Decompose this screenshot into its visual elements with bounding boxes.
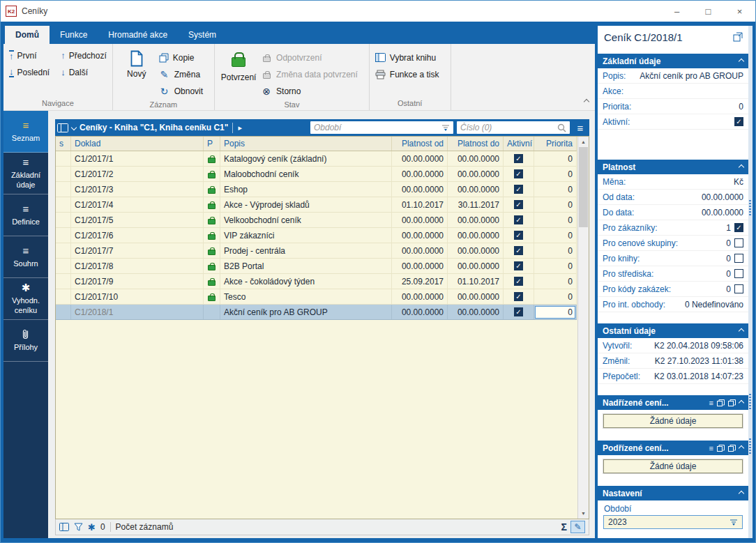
section-header-nastaveni[interactable]: Nastavení [598, 486, 748, 500]
splitter-grip[interactable] [749, 394, 751, 411]
number-search-input[interactable]: Číslo (0) [457, 121, 570, 134]
table-scrollbar[interactable]: ▲ ▼ [577, 137, 589, 519]
col-header-p[interactable]: P [204, 137, 220, 151]
active-checkbox[interactable] [514, 292, 523, 301]
scroll-up-button[interactable]: ▲ [578, 137, 589, 147]
columns-icon[interactable] [59, 523, 69, 531]
col-header-aktivni[interactable]: Aktivní [504, 137, 534, 151]
checkbox[interactable] [734, 284, 743, 293]
section-header-nadrizene[interactable]: Nadřízené cení... ≡ [598, 395, 748, 410]
aktivni-checkbox[interactable] [734, 117, 743, 126]
active-checkbox[interactable] [514, 200, 523, 209]
table-row[interactable]: C1/2017/7 Prodej - centrála 00.00.000000… [56, 243, 577, 259]
table-row[interactable]: C1/2017/4 Akce - Výprodej skladů 01.10.2… [56, 197, 577, 213]
filter-icon[interactable] [74, 523, 83, 531]
previous-button[interactable]: ↑ Předchozí [61, 50, 107, 61]
active-checkbox[interactable] [514, 307, 523, 316]
checkbox[interactable] [734, 223, 743, 232]
sum-icon[interactable]: Σ [561, 521, 567, 533]
list-icon[interactable]: ≡ [709, 399, 713, 407]
col-header-platnost-do[interactable]: Platnost do [448, 137, 504, 151]
condition-icon[interactable]: ✱ [88, 523, 96, 532]
splitter-grip[interactable] [749, 200, 751, 217]
first-button[interactable]: ↑ První [9, 50, 50, 61]
last-button[interactable]: ↓ Poslední [9, 67, 50, 77]
confirm-button[interactable]: Potvrzení [220, 47, 257, 98]
table-row[interactable]: C1/2017/8 B2B Portal 00.00.000000.00.000… [56, 259, 577, 274]
maximize-button[interactable]: □ [693, 1, 724, 22]
scrollbar-thumb[interactable] [579, 147, 588, 227]
collapse-icon[interactable] [739, 445, 744, 450]
browse-menu-icon[interactable]: ≡ [573, 122, 587, 134]
change-confirm-date-button[interactable]: Změna data potvrzení [261, 67, 363, 82]
tab-system[interactable]: Systém [178, 26, 227, 44]
copy-button[interactable]: Kopie [159, 50, 209, 65]
priorita-edit-input[interactable]: 0 [535, 306, 575, 319]
col-header-doklad[interactable]: Doklad [71, 137, 204, 151]
podrizene-empty-button[interactable]: Žádné údaje [603, 459, 743, 473]
sidebar-item-prilohy[interactable]: Přílohy [3, 320, 48, 362]
tab-domu[interactable]: Domů [5, 26, 50, 44]
pin-window-icon[interactable] [728, 445, 736, 452]
sidebar-item-definice[interactable]: ≡ Definice [3, 194, 48, 236]
select-book-button[interactable]: Vybrat knihu [375, 50, 445, 65]
close-button[interactable]: × [724, 1, 755, 22]
table-row-selected[interactable]: C1/2018/1 Akční ceník pro AB GROUP 00.00… [56, 305, 577, 320]
collapse-icon[interactable] [739, 490, 744, 496]
book-columns-icon[interactable] [57, 123, 68, 132]
section-header-zakladni[interactable]: Základní údaje [598, 54, 748, 68]
checkbox[interactable] [734, 254, 743, 263]
open-in-window-icon[interactable] [733, 32, 743, 42]
active-checkbox[interactable] [514, 169, 523, 178]
ribbon-collapse-button[interactable] [584, 96, 589, 106]
table-row[interactable]: C1/2017/10 Tesco 00.00.000000.00.0000 0 [56, 289, 577, 305]
col-header-priorita[interactable]: Priorita [534, 137, 577, 151]
sidebar-item-seznam[interactable]: ≡ Seznam [3, 111, 48, 153]
table-row[interactable]: C1/2017/5 Velkoobchodní ceník 00.00.0000… [56, 213, 577, 228]
period-filter-input[interactable]: Období [310, 121, 453, 134]
scrollbar-track[interactable] [578, 147, 589, 508]
new-button[interactable]: Nový [119, 47, 155, 98]
sidebar-item-zakladni-udaje[interactable]: ≡ Základní údaje [3, 153, 48, 194]
col-header-s[interactable]: s [56, 137, 71, 151]
unconfirm-button[interactable]: Odpotvrzení [261, 50, 363, 65]
nadrizene-empty-button[interactable]: Žádné údaje [603, 414, 743, 428]
table-row[interactable]: C1/2017/6 VIP zákazníci 00.00.000000.00.… [56, 228, 577, 243]
splitter-grip[interactable] [749, 438, 751, 455]
table-row[interactable]: C1/2017/3 Eshop 00.00.000000.00.0000 0 [56, 182, 577, 197]
minimize-button[interactable]: – [661, 1, 693, 22]
active-checkbox[interactable] [514, 231, 523, 240]
edit-mode-button[interactable]: ✎ [570, 521, 585, 533]
tab-hromadne-akce[interactable]: Hromadné akce [98, 26, 178, 44]
col-header-popis[interactable]: Popis [220, 137, 392, 151]
change-button[interactable]: ✎ Změna [159, 67, 209, 82]
checkbox[interactable] [734, 238, 743, 247]
section-header-platnost[interactable]: Platnost [598, 160, 748, 174]
open-window-icon[interactable] [717, 399, 725, 406]
tab-funkce[interactable]: Funkce [50, 26, 98, 44]
period-combobox[interactable]: 2023 [603, 515, 743, 529]
table-row[interactable]: C1/2017/2 Maloobchodní ceník 00.00.00000… [56, 167, 577, 182]
active-checkbox[interactable] [514, 261, 523, 270]
col-header-platnost-od[interactable]: Platnost od [392, 137, 448, 151]
pin-window-icon[interactable] [728, 399, 736, 406]
scroll-down-button[interactable]: ▼ [578, 508, 589, 519]
table-row[interactable]: C1/2017/9 Akce - čokoládový týden 25.09.… [56, 274, 577, 289]
table-row[interactable]: C1/2017/1 Katalogový ceník (základní) 00… [56, 151, 577, 167]
active-checkbox[interactable] [514, 246, 523, 255]
storno-button[interactable]: ⊗ Storno [261, 84, 363, 98]
refresh-button[interactable]: ↻ Obnovit [159, 84, 209, 98]
collapse-icon[interactable] [739, 164, 744, 169]
next-button[interactable]: ↓ Další [61, 67, 107, 77]
sidebar-item-souhrn[interactable]: ≡ Souhrn [3, 236, 48, 278]
open-window-icon[interactable] [717, 445, 725, 452]
section-header-podrizene[interactable]: Podřízené cení... ≡ [598, 441, 748, 455]
collapse-icon[interactable] [739, 58, 744, 63]
functions-print-button[interactable]: Funkce a tisk [375, 67, 445, 82]
collapse-icon[interactable] [739, 328, 744, 333]
chevron-down-icon[interactable] [71, 125, 77, 130]
list-icon[interactable]: ≡ [709, 444, 713, 452]
sidebar-item-vyhodn-ceniku[interactable]: ✱ Vyhodn. ceníku [3, 278, 48, 320]
section-header-ostatni-udaje[interactable]: Ostatní údaje [598, 323, 748, 338]
active-checkbox[interactable] [514, 277, 523, 286]
